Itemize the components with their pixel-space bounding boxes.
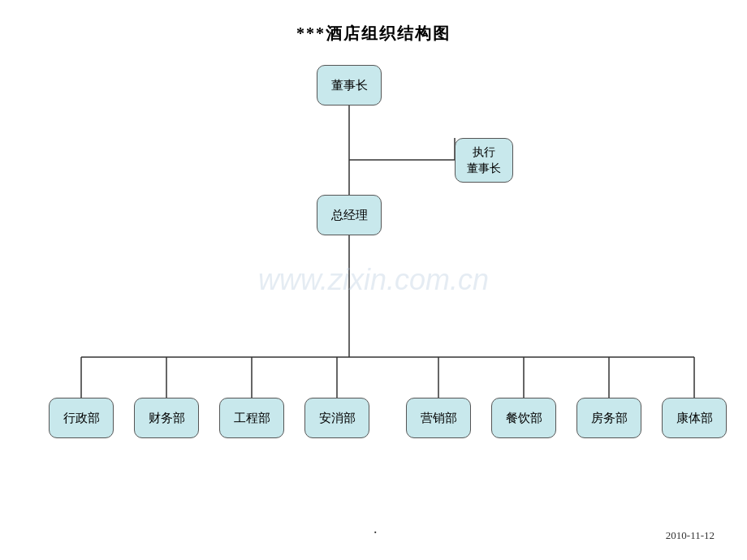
box-marketing: 营销部: [406, 398, 471, 438]
box-security: 安消部: [304, 398, 369, 438]
box-recreation: 康体部: [662, 398, 727, 438]
box-fb: 餐饮部: [491, 398, 556, 438]
date-label: 2010-11-12: [666, 529, 715, 542]
dot-label: .: [374, 520, 378, 537]
box-chairman: 董事长: [317, 65, 382, 106]
chart-container: ***酒店组织结构图 www.zixin.com.cn 董事长 执行董事长: [0, 0, 747, 560]
box-exec-chairman: 执行董事长: [455, 138, 513, 183]
box-admin: 行政部: [49, 398, 114, 438]
watermark: www.zixin.com.cn: [258, 263, 489, 297]
box-housekeeping: 房务部: [576, 398, 641, 438]
box-engineering: 工程部: [219, 398, 284, 438]
box-finance: 财务部: [134, 398, 199, 438]
chart-title: ***酒店组织结构图: [0, 0, 747, 45]
box-general-manager: 总经理: [317, 195, 382, 235]
